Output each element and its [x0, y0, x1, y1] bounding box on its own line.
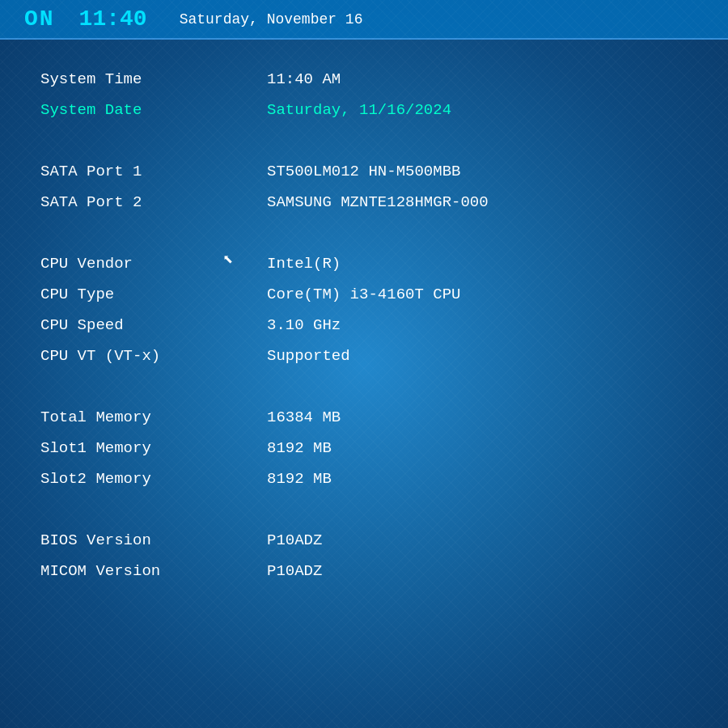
info-value: Saturday, 11/16/2024 — [259, 95, 696, 125]
table-row: Slot1 Memory8192 MB — [32, 433, 696, 463]
table-row: CPU Speed3.10 GHz — [32, 310, 696, 341]
info-label: SATA Port 2 — [32, 187, 259, 218]
header-bar: ON 11:40 Saturday, November 16 — [0, 0, 728, 40]
info-label: System Time — [32, 64, 259, 95]
system-info-table: System Time11:40 AMSystem DateSaturday, … — [32, 64, 696, 586]
table-row: MICOM VersionP10ADZ — [32, 556, 696, 586]
info-value: 11:40 AM — [259, 64, 696, 95]
table-row: System Time11:40 AM — [32, 64, 696, 95]
info-value: Core(TM) i3-4160T CPU — [259, 279, 696, 310]
main-content: System Time11:40 AMSystem DateSaturday, … — [0, 40, 728, 611]
table-row: Total Memory16384 MB — [32, 402, 696, 433]
table-row: CPU VendorIntel(R) — [32, 248, 696, 279]
info-label: CPU Type — [32, 279, 259, 310]
spacer-row — [32, 218, 696, 248]
table-row: SATA Port 1ST500LM012 HN-M500MBB — [32, 156, 696, 187]
table-row: Slot2 Memory8192 MB — [32, 463, 696, 494]
spacer-row — [32, 125, 696, 156]
spacer-row — [32, 494, 696, 525]
info-label: CPU Vendor — [32, 248, 259, 279]
info-value: ST500LM012 HN-M500MBB — [259, 156, 696, 187]
info-label: CPU VT (VT-x) — [32, 341, 259, 371]
info-value: P10ADZ — [259, 556, 696, 586]
header-date: Saturday, November 16 — [180, 11, 363, 28]
header-time: 11:40 — [79, 6, 147, 32]
table-row: SATA Port 2SAMSUNG MZNTE128HMGR-000 — [32, 187, 696, 218]
info-label: Total Memory — [32, 402, 259, 433]
info-value: SAMSUNG MZNTE128HMGR-000 — [259, 187, 696, 218]
info-label: BIOS Version — [32, 525, 259, 556]
spacer-row — [32, 371, 696, 402]
info-value: Supported — [259, 341, 696, 371]
info-value: 16384 MB — [259, 402, 696, 433]
info-value: 8192 MB — [259, 433, 696, 463]
bios-screen: ON 11:40 Saturday, November 16 ⬉ System … — [0, 0, 728, 728]
info-label: System Date — [32, 95, 259, 125]
table-row: BIOS VersionP10ADZ — [32, 525, 696, 556]
table-row: System DateSaturday, 11/16/2024 — [32, 95, 696, 125]
info-label: Slot1 Memory — [32, 433, 259, 463]
info-value: P10ADZ — [259, 525, 696, 556]
info-label: MICOM Version — [32, 556, 259, 586]
info-value: 3.10 GHz — [259, 310, 696, 341]
table-row: CPU TypeCore(TM) i3-4160T CPU — [32, 279, 696, 310]
info-label: Slot2 Memory — [32, 463, 259, 494]
info-value: 8192 MB — [259, 463, 696, 494]
info-label: SATA Port 1 — [32, 156, 259, 187]
header-title: ON — [24, 6, 55, 32]
table-row: CPU VT (VT-x)Supported — [32, 341, 696, 371]
info-value: Intel(R) — [259, 248, 696, 279]
info-label: CPU Speed — [32, 310, 259, 341]
